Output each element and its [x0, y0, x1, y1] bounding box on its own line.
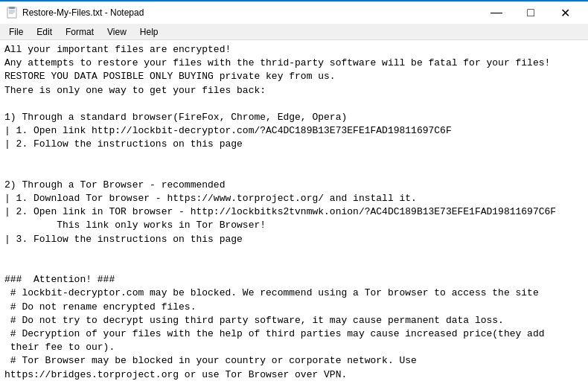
title-bar-left: Restore-My-Files.txt - Notepad: [6, 7, 144, 19]
svg-rect-0: [7, 7, 16, 18]
svg-rect-1: [9, 7, 15, 9]
title-controls: — □ ✕: [479, 2, 582, 23]
close-button[interactable]: ✕: [548, 2, 582, 23]
menu-edit[interactable]: Edit: [31, 25, 58, 39]
menu-format[interactable]: Format: [60, 25, 100, 39]
window-title: Restore-My-Files.txt - Notepad: [22, 7, 144, 18]
text-area-container: [0, 40, 588, 384]
text-content[interactable]: [0, 40, 588, 384]
minimize-button[interactable]: —: [479, 2, 514, 23]
title-bar: Restore-My-Files.txt - Notepad — □ ✕: [0, 0, 588, 24]
menu-view[interactable]: View: [101, 25, 132, 39]
maximize-button[interactable]: □: [514, 2, 548, 23]
menu-bar: File Edit Format View Help: [0, 24, 588, 40]
menu-file[interactable]: File: [3, 25, 29, 39]
notepad-icon: [6, 7, 18, 19]
menu-help[interactable]: Help: [134, 25, 164, 39]
